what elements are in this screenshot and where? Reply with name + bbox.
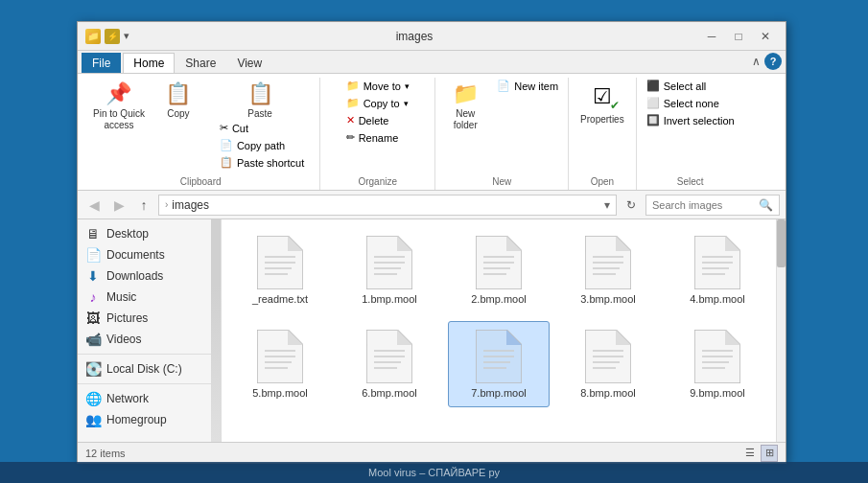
file-name: 7.bmp.mool bbox=[471, 387, 526, 399]
tab-home[interactable]: Home bbox=[123, 53, 175, 73]
scissors-icon: ✂ bbox=[220, 122, 228, 134]
sidebar-item-pictures[interactable]: 🖼 Pictures bbox=[78, 308, 221, 329]
title-bar-icons: 📁 ⚡ ▾ bbox=[85, 29, 129, 44]
documents-icon: 📄 bbox=[85, 247, 101, 263]
tab-share[interactable]: Share bbox=[175, 53, 226, 73]
minimize-button[interactable]: ─ bbox=[699, 27, 724, 46]
ribbon-tabs: File Home Share View ∧ ? bbox=[78, 51, 786, 74]
paste-shortcut-button[interactable]: 📋 Paste shortcut bbox=[216, 154, 308, 171]
properties-button[interactable]: ☑ ✔ Properties bbox=[575, 78, 630, 129]
invert-selection-button[interactable]: 🔲 Invert selection bbox=[643, 112, 739, 128]
up-button[interactable]: ↑ bbox=[133, 195, 154, 216]
sidebar-item-network[interactable]: 🌐 Network bbox=[78, 388, 221, 409]
svg-marker-1 bbox=[288, 236, 303, 251]
open-buttons: ☑ ✔ Properties bbox=[575, 78, 630, 174]
paste-label: Paste bbox=[247, 108, 272, 120]
sidebar-item-documents[interactable]: 📄 Documents bbox=[78, 244, 221, 265]
list-view-button[interactable]: ☰ bbox=[741, 445, 759, 462]
svg-marker-37 bbox=[397, 330, 412, 345]
refresh-button[interactable]: ↻ bbox=[621, 195, 642, 216]
file-name: 8.bmp.mool bbox=[580, 387, 635, 399]
close-button[interactable]: ✕ bbox=[753, 27, 778, 46]
cut-button[interactable]: ✂ Cut bbox=[216, 120, 308, 136]
move-to-label: Move to bbox=[364, 80, 401, 92]
maximize-button[interactable]: □ bbox=[726, 27, 751, 46]
select-none-button[interactable]: ⬜ Select none bbox=[643, 95, 739, 111]
taskbar: Mool virus – СПАЙВАРЕ ру bbox=[0, 462, 868, 483]
file-item[interactable]: 6.bmp.mool bbox=[339, 321, 440, 407]
paste-shortcut-label: Paste shortcut bbox=[237, 157, 304, 169]
window-title: images bbox=[129, 30, 699, 43]
sidebar-item-desktop[interactable]: 🖥 Desktop bbox=[78, 223, 221, 244]
select-none-label: Select none bbox=[664, 98, 719, 109]
ribbon-collapse-icon[interactable]: ∧ bbox=[752, 55, 761, 68]
copy-path-button[interactable]: 📄 Copy path bbox=[216, 137, 308, 153]
file-icon bbox=[366, 236, 412, 289]
forward-button[interactable]: ▶ bbox=[108, 195, 129, 216]
select-none-icon: ⬜ bbox=[646, 97, 660, 109]
file-item[interactable]: _readme.txt bbox=[229, 227, 331, 313]
title-bar-controls: ─ □ ✕ bbox=[699, 27, 778, 46]
copy-button[interactable]: 📋 Copy bbox=[154, 78, 202, 124]
file-item[interactable]: 4.bmp.mool bbox=[667, 227, 768, 313]
pin-to-quick-access-button[interactable]: 📌 Pin to Quick access bbox=[87, 78, 151, 135]
file-icon bbox=[476, 236, 522, 289]
pictures-icon: 🖼 bbox=[85, 310, 101, 326]
paste-button[interactable]: 📋 Paste ✂ Cut 📄 Copy path 📋 bbox=[206, 78, 314, 174]
file-item[interactable]: 7.bmp.mool bbox=[448, 321, 550, 407]
sidebar-item-label-pictures: Pictures bbox=[106, 311, 148, 325]
sidebar: 🖥 Desktop 📄 Documents ⬇ Downloads ♪ Musi… bbox=[78, 219, 222, 442]
new-folder-button[interactable]: 📁 New folder bbox=[441, 78, 489, 135]
search-box[interactable]: 🔍 bbox=[645, 195, 780, 216]
file-area[interactable]: _readme.txt 1.bmp.mool 2.bmp.mool 3.bmp.… bbox=[222, 219, 776, 442]
scrollbar-thumb[interactable] bbox=[777, 219, 786, 267]
address-chevron: › bbox=[165, 199, 168, 210]
file-item[interactable]: 9.bmp.mool bbox=[667, 321, 768, 407]
address-box[interactable]: › images ▾ bbox=[158, 195, 617, 216]
address-dropdown-icon[interactable]: ▾ bbox=[604, 198, 610, 212]
new-folder-icon: 📁 bbox=[453, 81, 479, 106]
grid-view-button[interactable]: ⊞ bbox=[761, 445, 778, 462]
tab-view[interactable]: View bbox=[226, 53, 272, 73]
file-icon bbox=[585, 236, 631, 289]
file-item[interactable]: 1.bmp.mool bbox=[339, 227, 440, 313]
videos-icon: 📹 bbox=[85, 332, 101, 347]
file-name: 9.bmp.mool bbox=[690, 387, 744, 399]
sidebar-item-music[interactable]: ♪ Music bbox=[78, 287, 221, 308]
file-icon bbox=[694, 236, 740, 289]
search-icon: 🔍 bbox=[759, 198, 773, 212]
new-label: New bbox=[492, 176, 511, 190]
new-item-button[interactable]: 📄 New item bbox=[493, 78, 562, 94]
rename-button[interactable]: ✏ Rename bbox=[342, 129, 413, 146]
ribbon-group-open: ☑ ✔ Properties Open bbox=[569, 78, 637, 190]
select-all-button[interactable]: ⬛ Select all bbox=[643, 78, 739, 94]
sidebar-item-local-disk[interactable]: 💽 Local Disk (C:) bbox=[78, 358, 221, 380]
search-input[interactable] bbox=[652, 199, 755, 211]
sidebar-item-downloads[interactable]: ⬇ Downloads bbox=[78, 265, 221, 287]
ribbon: 📌 Pin to Quick access 📋 Copy 📋 Paste ✂ C… bbox=[78, 74, 786, 191]
local-disk-icon: 💽 bbox=[85, 361, 101, 377]
tab-file[interactable]: File bbox=[82, 53, 121, 73]
file-scrollbar[interactable] bbox=[776, 219, 786, 442]
open-label: Open bbox=[591, 176, 614, 190]
back-button[interactable]: ◀ bbox=[83, 195, 105, 216]
new-col: 📄 New item bbox=[493, 78, 562, 94]
paste-icon: 📋 bbox=[247, 81, 273, 106]
file-item[interactable]: 8.bmp.mool bbox=[557, 321, 659, 407]
sidebar-item-label-desktop: Desktop bbox=[106, 227, 149, 241]
delete-icon: ✕ bbox=[346, 114, 355, 126]
file-item[interactable]: 3.bmp.mool bbox=[557, 227, 659, 313]
file-item[interactable]: 2.bmp.mool bbox=[448, 227, 550, 313]
svg-marker-7 bbox=[397, 236, 412, 251]
help-icon[interactable]: ? bbox=[764, 53, 782, 70]
downloads-icon: ⬇ bbox=[85, 268, 101, 284]
sidebar-scrollbar[interactable] bbox=[211, 219, 221, 442]
move-to-button[interactable]: 📁 Move to ▾ bbox=[342, 78, 413, 94]
select-all-icon: ⬛ bbox=[646, 80, 660, 92]
sidebar-item-homegroup[interactable]: 👥 Homegroup bbox=[78, 409, 221, 430]
copy-to-button[interactable]: 📁 Copy to ▾ bbox=[342, 95, 413, 111]
file-icon bbox=[585, 330, 631, 383]
sidebar-item-videos[interactable]: 📹 Videos bbox=[78, 329, 221, 350]
delete-button[interactable]: ✕ Delete bbox=[342, 112, 413, 128]
file-item[interactable]: 5.bmp.mool bbox=[229, 321, 331, 407]
